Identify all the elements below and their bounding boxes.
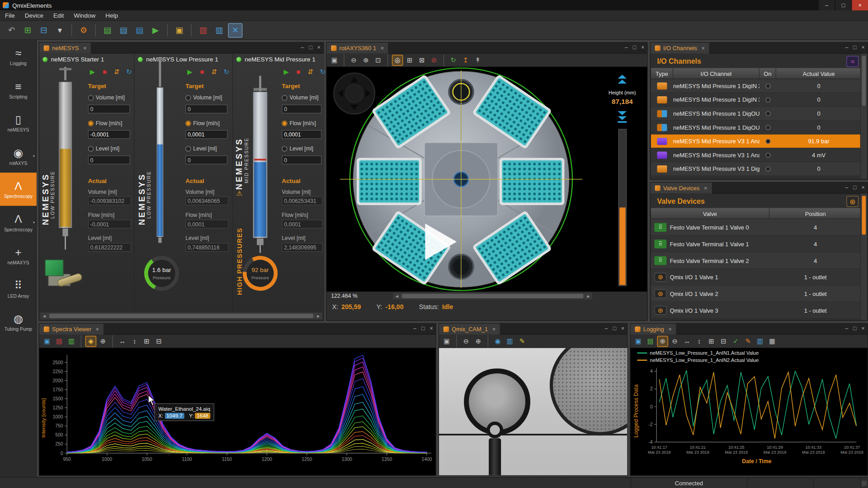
panel-minimize-icon[interactable]: – bbox=[413, 325, 416, 331]
valve-row[interactable]: ⊛Qmix I/O 1 Valve 31 - outlet bbox=[651, 302, 861, 319]
sidebar-item-nemaxys[interactable]: +neMAXYS bbox=[0, 239, 37, 272]
script-new-icon[interactable]: ▤ bbox=[100, 23, 115, 38]
panel-minimize-icon[interactable]: – bbox=[605, 325, 608, 331]
panel-close-icon[interactable]: × bbox=[861, 325, 864, 331]
pump-refill-button[interactable]: ⇵ bbox=[306, 68, 315, 76]
sidebar-item-scripting[interactable]: ≡Scripting bbox=[0, 73, 37, 106]
scroll-right-icon[interactable]: ► bbox=[315, 314, 322, 319]
valve-row[interactable]: ⠿Festo Valve Terminal 1 Valve 04 bbox=[651, 219, 861, 236]
script-run-icon[interactable]: ▶ bbox=[148, 23, 163, 38]
level-radio[interactable] bbox=[88, 146, 94, 151]
sidebar-item-rotaxys[interactable]: ◉rotAXYS▾ bbox=[0, 140, 37, 173]
fit-height-icon[interactable]: ↕ bbox=[129, 336, 140, 347]
project-caret-icon[interactable]: ▾ bbox=[52, 23, 67, 38]
open-project-icon[interactable]: ⊟ bbox=[37, 23, 51, 38]
io-channel-row[interactable]: neMESYS Mid Pressure 1 DigOUT 20 bbox=[651, 121, 861, 135]
range-y-icon[interactable]: ↕ bbox=[693, 336, 704, 347]
panel-close-icon[interactable]: × bbox=[641, 44, 644, 50]
level-radio[interactable] bbox=[185, 146, 191, 151]
chevron-down-icon[interactable]: ▾ bbox=[33, 220, 35, 225]
zoom-in-icon[interactable]: ⊕ bbox=[473, 336, 484, 347]
io-channel-row[interactable]: neMESYS Mid Pressure 1 DigOUT 10 bbox=[651, 107, 861, 121]
target-volume-input[interactable] bbox=[185, 104, 227, 113]
flow-radio[interactable] bbox=[185, 120, 191, 126]
panel-float-icon[interactable]: □ bbox=[309, 44, 312, 50]
tab-close-icon[interactable]: × bbox=[381, 45, 384, 51]
tab-spectra-viewer[interactable]: Spectra Viewer × bbox=[39, 324, 104, 334]
sidebar-item-spectroscopy-2[interactable]: ΛSpectroscopy▾ bbox=[0, 206, 37, 239]
flow-radio[interactable] bbox=[88, 120, 94, 126]
target-flow-input[interactable] bbox=[185, 130, 227, 139]
flow-radio[interactable] bbox=[282, 120, 287, 126]
export-spectrum-icon[interactable]: ▤ bbox=[54, 336, 65, 347]
tab-close-icon[interactable]: × bbox=[702, 45, 705, 51]
menu-window[interactable]: Window bbox=[69, 11, 100, 20]
panel-minimize-icon[interactable]: – bbox=[845, 44, 848, 50]
io-on-toggle[interactable] bbox=[765, 166, 770, 171]
sidebar-item-led-array[interactable]: ⠿LED Array bbox=[0, 272, 37, 305]
valve-row[interactable]: ⠿Festo Valve Terminal 1 Valve 24 bbox=[651, 252, 861, 269]
export-data-icon[interactable]: ▥ bbox=[755, 336, 765, 347]
lift-down-icon[interactable] bbox=[618, 110, 627, 123]
io-channel-row[interactable]: neMESYS Mid Pressure V3 1 AnalogIN 24 mV bbox=[651, 148, 861, 162]
panel-float-icon[interactable]: □ bbox=[613, 325, 616, 331]
device-settings-icon[interactable]: ⚙ bbox=[76, 23, 91, 38]
rotaxys-hscrollbar[interactable]: ◄ ► bbox=[393, 293, 592, 300]
new-project-icon[interactable]: ⊞ bbox=[20, 23, 35, 38]
grid-icon[interactable]: ⊞ bbox=[141, 336, 152, 347]
fit-width-icon[interactable]: ↔ bbox=[117, 336, 127, 347]
script-save-icon[interactable]: ▤ bbox=[132, 23, 147, 38]
pump-stop-button[interactable]: ■ bbox=[100, 68, 109, 76]
lift-up-icon[interactable] bbox=[618, 75, 627, 84]
scroll-thumb[interactable] bbox=[862, 196, 866, 235]
analog-wave-icon[interactable]: ≈ bbox=[846, 56, 859, 67]
tab-camera[interactable]: Qmix_CAM_1 × bbox=[439, 324, 500, 334]
io-on-toggle[interactable] bbox=[765, 152, 770, 157]
window-close-button[interactable]: × bbox=[851, 0, 868, 10]
zoom-out-icon[interactable]: ⊖ bbox=[461, 336, 472, 347]
tab-logging[interactable]: Logging × bbox=[631, 324, 676, 334]
open-log-icon[interactable]: ▣ bbox=[633, 336, 644, 347]
pump-tool-red-icon[interactable]: ▥ bbox=[196, 23, 210, 38]
valve-vscrollbar[interactable] bbox=[860, 194, 867, 320]
pump-stop-button[interactable]: ■ bbox=[198, 68, 207, 76]
scroll-thumb[interactable] bbox=[402, 294, 584, 298]
pump-restore-button[interactable]: ↻ bbox=[222, 68, 231, 76]
pump-start-button[interactable]: ▶ bbox=[88, 68, 97, 76]
io-channel-row[interactable]: neMESYS Mid Pressure V3 1 DigIN 10 bbox=[651, 162, 861, 176]
scroll-left-icon[interactable]: ◄ bbox=[40, 314, 48, 319]
menu-file[interactable]: File bbox=[0, 11, 20, 20]
target-level-input[interactable] bbox=[88, 155, 130, 164]
menu-device[interactable]: Device bbox=[20, 11, 48, 20]
io-vscrollbar[interactable] bbox=[860, 54, 867, 179]
scroll-thumb[interactable] bbox=[862, 56, 866, 106]
tab-close-icon[interactable]: × bbox=[668, 326, 671, 332]
pump-tool-blue-icon[interactable]: ▥ bbox=[212, 23, 226, 38]
panel-float-icon[interactable]: □ bbox=[853, 325, 856, 331]
markers-icon[interactable]: ⊟ bbox=[153, 336, 164, 347]
panel-minimize-icon[interactable]: – bbox=[625, 44, 628, 50]
menu-help[interactable]: Help bbox=[100, 11, 123, 20]
pan-mode-icon[interactable]: ◈ bbox=[85, 336, 96, 347]
camera-live-image[interactable] bbox=[439, 348, 627, 475]
io-on-toggle[interactable] bbox=[765, 97, 770, 102]
panel-close-icon[interactable]: × bbox=[429, 325, 433, 331]
target-volume-input[interactable] bbox=[282, 104, 321, 113]
io-on-toggle[interactable] bbox=[765, 125, 770, 130]
nemesys-hscrollbar[interactable]: ◄ ► bbox=[40, 313, 322, 319]
range-x-icon[interactable]: ↔ bbox=[681, 336, 692, 347]
sidebar-item-tubing-pump[interactable]: ◍Tubing Pump bbox=[0, 305, 37, 338]
sidebar-item-spectroscopy[interactable]: ΛSpectroscopy bbox=[0, 173, 37, 206]
io-on-toggle[interactable] bbox=[765, 139, 770, 144]
tab-rotaxys[interactable]: rotAXYS360 1 × bbox=[326, 42, 388, 53]
tab-valve-devices[interactable]: Valve Devices × bbox=[651, 183, 712, 193]
panel-float-icon[interactable]: □ bbox=[853, 44, 856, 50]
view-capture-icon[interactable]: ▣ bbox=[329, 55, 340, 66]
display-icon[interactable]: ▣ bbox=[441, 336, 452, 347]
menu-edit[interactable]: Edit bbox=[48, 11, 69, 20]
lift-eject-icon[interactable]: ↟ bbox=[472, 55, 483, 66]
window-minimize-button[interactable]: – bbox=[818, 0, 835, 10]
lift-slider[interactable] bbox=[618, 129, 627, 286]
pump-start-button[interactable]: ▶ bbox=[282, 68, 291, 76]
panel-close-icon[interactable]: × bbox=[317, 44, 321, 50]
